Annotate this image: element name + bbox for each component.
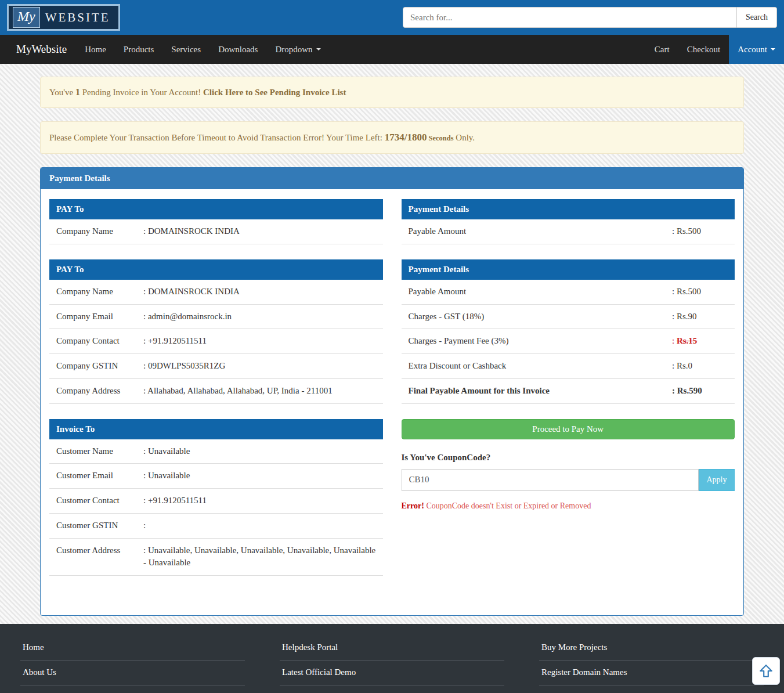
nav-home-label: Home [85, 45, 106, 55]
row-label: Extra Discount or Cashback [402, 354, 666, 379]
table-row: Customer Contact : +91.9120511511 [49, 489, 383, 514]
nav-item-products[interactable]: Products [115, 35, 163, 64]
footer-link-contact-us[interactable]: Contact Us [20, 685, 245, 693]
pay-to-short-table: PAY To Company Name : DOMAINSROCK INDIA [49, 199, 383, 244]
arrow-up-icon [758, 663, 774, 678]
pending-invoice-link[interactable]: Click Here to See Pending Invoice List [203, 88, 346, 97]
page-footer: Home About Us Contact Us Terms of Servic… [0, 624, 784, 693]
coupon-error-message: Error! CouponCode doesn't Exist or Expir… [402, 501, 735, 511]
final-amount-label: Final Payable Amount for this Invoice [402, 378, 666, 403]
footer-link-about-us[interactable]: About Us [20, 660, 245, 685]
apply-coupon-button[interactable]: Apply [699, 469, 735, 491]
search-button[interactable]: Search [737, 7, 777, 28]
table-row: Company Name : DOMAINSROCK INDIA [49, 219, 383, 244]
nav-item-cart[interactable]: Cart [646, 35, 678, 64]
main-content: You've 1 Pending Invoice in Your Account… [0, 64, 784, 624]
fee-struck-value: Rs.15 [677, 336, 697, 345]
coupon-code-input[interactable] [402, 469, 699, 491]
nav-item-checkout[interactable]: Checkout [678, 35, 729, 64]
row-value: : DOMAINSROCK INDIA [136, 219, 383, 244]
table-row: Company Address : Allahabad, Allahabad, … [49, 378, 383, 403]
scroll-to-top-button[interactable] [752, 657, 780, 685]
navbar-right: Cart Checkout Account [646, 35, 784, 64]
pending-invoice-count: 1 [75, 87, 80, 97]
footer-column-3: Buy More Projects Register Domain Names … [539, 636, 764, 693]
nav-item-services[interactable]: Services [162, 35, 209, 64]
timeout-alert-suffix: Only. [454, 133, 475, 142]
time-left-seconds: Seconds [427, 134, 453, 142]
nav-item-dropdown[interactable]: Dropdown [266, 35, 329, 64]
proceed-to-pay-button[interactable]: Proceed to Pay Now [402, 419, 735, 439]
payment-summary-short-table: Payment Details Payable Amount : Rs.500 [402, 199, 735, 244]
row-label: Charges - GST (18%) [402, 304, 666, 329]
timeout-alert-prefix: Please Complete Your Transaction Before … [49, 133, 385, 142]
row-value: : Rs.15 [665, 329, 735, 354]
footer-link-latest-official-demo[interactable]: Latest Official Demo [280, 660, 504, 685]
table-row: Payable Amount : Rs.500 [402, 219, 735, 244]
table-row: Charges - GST (18%) : Rs.90 [402, 304, 735, 329]
logo-website-text: WEBSITE [45, 10, 110, 25]
panel-title: Payment Details [41, 168, 743, 189]
table-row: Charges - Payment Fee (3%) : Rs.15 [402, 329, 735, 354]
nav-item-home[interactable]: Home [76, 35, 115, 64]
table-row: Customer GSTIN : [49, 513, 383, 538]
main-navbar: MyWebsite Home Products Services Downloa… [0, 35, 784, 64]
row-label: Payable Amount [402, 280, 666, 304]
payment-summary-table: Payment Details Payable Amount : Rs.500 … [402, 259, 735, 404]
nav-products-label: Products [124, 45, 154, 55]
error-text: CouponCode doesn't Exist or Expired or R… [424, 501, 591, 510]
footer-link-buy-more-projects[interactable]: Buy More Projects [539, 636, 764, 660]
coupon-input-group: Apply [402, 469, 735, 491]
row-value: : Unavailable [136, 439, 383, 464]
row-label: Customer Address [49, 538, 136, 576]
nav-dropdown-label: Dropdown [275, 45, 312, 55]
row-value: : +91.9120511511 [136, 329, 383, 354]
final-amount-value: : Rs.590 [665, 378, 735, 403]
row-value: : Rs.90 [665, 304, 735, 329]
pending-alert-middle: Pending Invoice in Your Account! [80, 88, 203, 97]
row-value: : [136, 513, 383, 538]
table-header: Invoice To [49, 419, 383, 439]
row-label: Company Email [49, 304, 136, 329]
footer-link-upgrade-latest-version[interactable]: Upgrade to Latest Version [280, 685, 504, 693]
table-row: Company Name : DOMAINSROCK INDIA [49, 280, 383, 304]
row-label: Customer Contact [49, 489, 136, 514]
row-value: : Rs.500 [665, 280, 735, 304]
row-label: Customer Name [49, 439, 136, 464]
logo-my-text: My [13, 7, 40, 28]
table-row: Payable Amount : Rs.500 [402, 280, 735, 304]
search-input[interactable] [403, 7, 737, 28]
navbar-brand[interactable]: MyWebsite [7, 35, 76, 64]
row-value: : Rs.0 [665, 354, 735, 379]
footer-column-1: Home About Us Contact Us Terms of Servic… [20, 636, 245, 693]
footer-link-home[interactable]: Home [20, 636, 245, 660]
invoice-to-table: Invoice To Customer Name : Unavailable C… [49, 419, 383, 576]
search-bar: Search [403, 7, 777, 28]
table-row: Company Email : admin@domainsrock.in [49, 304, 383, 329]
top-header: My WEBSITE Search [0, 0, 784, 35]
footer-link-helpdesk-portal[interactable]: Helpdesk Portal [280, 636, 504, 660]
row-label: Company Name [49, 219, 136, 244]
nav-cart-label: Cart [655, 45, 670, 55]
fee-colon: : [672, 336, 677, 345]
timeout-alert: Please Complete Your Transaction Before … [40, 121, 744, 154]
time-left-value: 1734/1800 [385, 132, 427, 143]
row-label: Customer GSTIN [49, 513, 136, 538]
error-label: Error! [402, 501, 424, 510]
nav-account-label: Account [738, 45, 767, 55]
nav-item-account[interactable]: Account [729, 35, 784, 64]
panel-left-column: PAY To Company Name : DOMAINSROCK INDIA … [49, 199, 383, 591]
row-label: Charges - Payment Fee (3%) [402, 329, 666, 354]
footer-column-2: Helpdesk Portal Latest Official Demo Upg… [280, 636, 504, 693]
nav-downloads-label: Downloads [218, 45, 258, 55]
row-label: Company Name [49, 280, 136, 304]
chevron-down-icon [316, 48, 321, 50]
row-value: : admin@domainsrock.in [136, 304, 383, 329]
footer-link-register-domain-names[interactable]: Register Domain Names [539, 660, 764, 685]
site-logo[interactable]: My WEBSITE [7, 4, 120, 31]
payment-details-panel: Payment Details PAY To Company Name : DO… [40, 167, 744, 616]
nav-item-downloads[interactable]: Downloads [209, 35, 266, 64]
row-label: Company Contact [49, 329, 136, 354]
row-value: : +91.9120511511 [136, 489, 383, 514]
footer-link-premium-email-hosting[interactable]: Premium Email and Hosting [539, 685, 764, 693]
